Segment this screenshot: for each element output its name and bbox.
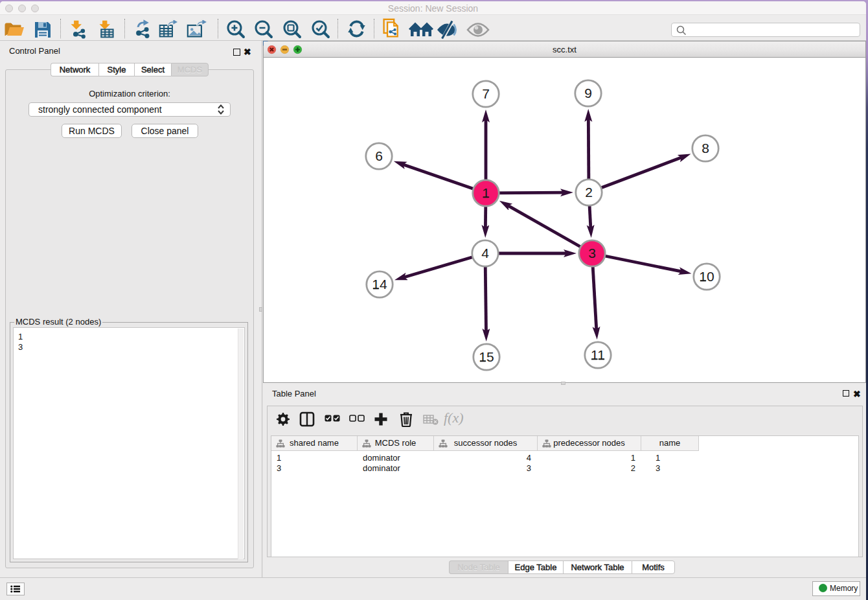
svg-text:3: 3 bbox=[588, 246, 596, 260]
svg-text:15: 15 bbox=[479, 349, 494, 364]
svg-text:11: 11 bbox=[591, 347, 605, 362]
svg-text:10: 10 bbox=[699, 269, 714, 284]
svg-text:1: 1 bbox=[482, 185, 490, 200]
svg-text:2: 2 bbox=[585, 185, 593, 200]
svg-text:4: 4 bbox=[481, 246, 489, 260]
svg-text:7: 7 bbox=[482, 86, 490, 101]
svg-text:8: 8 bbox=[702, 141, 709, 156]
svg-text:6: 6 bbox=[375, 148, 383, 163]
svg-text:14: 14 bbox=[372, 277, 387, 292]
svg-text:9: 9 bbox=[584, 86, 592, 100]
